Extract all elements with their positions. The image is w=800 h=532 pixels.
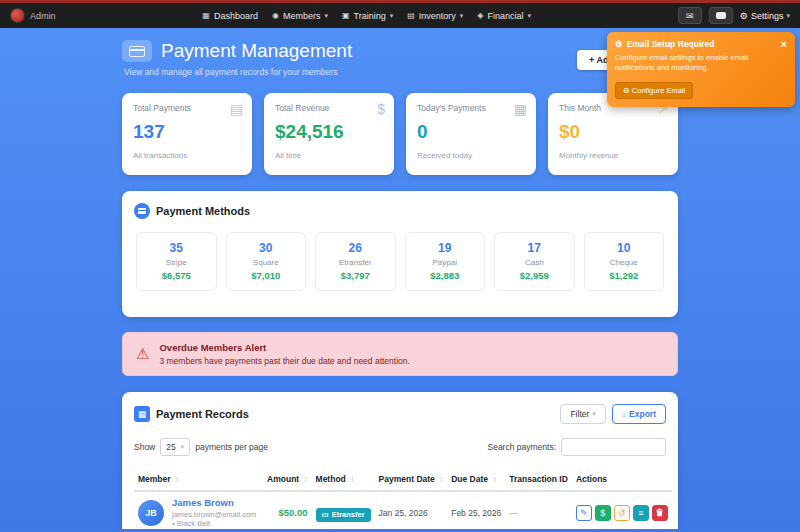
receipt-icon: ▤ [230,101,243,117]
nav-item-financial[interactable]: ◈ Financial ▾ [477,11,531,21]
search-input[interactable] [561,438,666,456]
stat-todays-payments: Today's Payments 0 Received today ▦ [406,93,536,175]
col-amount[interactable]: Amount ↕ [263,468,311,491]
email-button[interactable]: ✉ [678,7,702,24]
undo-button[interactable]: ↺ [614,505,630,521]
inventory-icon: ▤ [407,11,415,20]
col-member[interactable]: Member ↕ [134,468,263,491]
member-detail: james.brown@email.com • Black Belt [172,510,259,528]
gear-icon: ⚙ [740,11,748,21]
table-icon: ▦ [134,406,150,422]
toast-message: Configure email settings to enable email… [615,53,787,73]
chevron-down-icon: ▾ [390,12,394,20]
financial-icon: ◈ [477,11,483,20]
stat-total-payments: Total Payments 137 All transactions ▤ [122,93,252,175]
member-name-link[interactable]: James Brown [172,497,259,508]
brand[interactable]: Admin [10,8,56,23]
edit-button[interactable]: ✎ [576,505,592,521]
method-count: 19 [408,241,483,255]
avatar: JB [138,500,164,526]
per-page-suffix: payments per page [195,442,268,452]
stat-value: $24,516 [275,121,383,143]
calendar-icon: ▦ [514,101,527,117]
training-icon: ▣ [342,11,350,20]
table-row: JB James Brown james.brown@email.com • B… [134,491,672,529]
method-count: 30 [229,241,304,255]
method-cash: 17 Cash $2,959 [494,232,575,291]
payment-card-icon [122,40,152,62]
due-date: Feb 25, 2026 [447,491,505,529]
col-method[interactable]: Method ↕ [312,468,375,491]
nav-item-dashboard[interactable]: ▦ Dashboard [202,11,258,21]
payment-methods-title: Payment Methods [156,205,250,217]
dashboard-icon: ▦ [202,11,210,20]
chevron-down-icon: ▾ [528,12,532,20]
per-page-select[interactable]: 25 ▾ [160,438,190,456]
page-body: ⚙ Email Setup Required × Configure email… [0,28,800,529]
settings-menu[interactable]: ⚙ Settings ▾ [740,11,790,21]
show-label: Show [134,442,155,452]
stat-sub: Monthly revenue [559,151,667,160]
overdue-alert: ⚠ Overdue Members Alert 3 members have p… [122,332,678,376]
chevron-down-icon: ▾ [460,12,464,20]
filter-button[interactable]: Filter ▾ [560,404,605,424]
col-payment-date[interactable]: Payment Date ↕ [375,468,448,491]
stats-row: Total Payments 137 All transactions ▤ To… [122,93,678,175]
dollar-icon: $ [377,101,385,117]
members-icon: ◉ [272,11,279,20]
method-stripe: 35 Stripe $6,575 [136,232,217,291]
main-nav: ▦ Dashboard ◉ Members ▾ ▣ Training ▾ ▤ I… [202,11,531,21]
method-amount: $7,010 [229,270,304,281]
method-etransfer: 26 Etransfer $3,797 [315,232,396,291]
amount-value: $50.00 [263,491,311,529]
download-icon: ↓ [622,409,626,419]
method-name: Etransfer [318,258,393,267]
method-square: 30 Square $7,010 [226,232,307,291]
method-amount: $2,959 [497,270,572,281]
nav-item-members[interactable]: ◉ Members ▾ [272,11,328,21]
settings-label: Settings [751,11,784,21]
export-button[interactable]: ↓ Export [612,404,666,424]
page-title: Payment Management [161,40,352,62]
payment-date: Jan 25, 2026 [375,491,448,529]
nav-label: Financial [487,11,523,21]
stat-value: 0 [417,121,525,143]
payments-table: Member ↕ Amount ↕ Method ↕ Payment Date … [134,468,672,529]
method-paypal: 19 Paypal $2,883 [405,232,486,291]
chat-button[interactable] [709,7,733,24]
nav-item-training[interactable]: ▣ Training ▾ [342,11,393,21]
email-setup-toast: ⚙ Email Setup Required × Configure email… [607,32,795,107]
method-count: 17 [497,241,572,255]
delete-button[interactable] [652,505,668,521]
sort-icon: ↕ [304,475,308,484]
nav-label: Dashboard [214,11,258,21]
chevron-down-icon: ▾ [324,12,328,20]
stat-total-revenue: Total Revenue $24,516 All time $ [264,93,394,175]
envelope-icon: ✉ [686,11,694,21]
top-navbar: Admin ▦ Dashboard ◉ Members ▾ ▣ Training… [0,0,800,28]
col-transaction-id[interactable]: Transaction ID [505,468,572,491]
export-label: Export [629,409,656,419]
warning-icon: ⚠ [136,345,149,363]
alert-message: 3 members have payments past their due d… [159,356,409,366]
chat-icon [716,12,726,19]
nav-item-inventory[interactable]: ▤ Inventory ▾ [407,11,463,21]
col-due-date[interactable]: Due Date ↕ [447,468,505,491]
close-icon[interactable]: × [781,40,787,48]
stat-sub: All time [275,151,383,160]
stat-sub: Received today [417,151,525,160]
payment-methods-icon [134,203,150,219]
trash-icon [655,508,664,517]
sort-icon: ↕ [175,475,179,484]
per-page-value: 25 [166,442,175,452]
record-payment-button[interactable]: $ [595,505,611,521]
nav-label: Members [283,11,321,21]
card-icon: ▭ [322,510,329,519]
brand-label: Admin [30,11,56,21]
method-count: 10 [587,241,662,255]
configure-email-button[interactable]: ⚙ Configure Email [615,82,693,99]
history-button[interactable]: ≡ [633,505,649,521]
method-name: Cheque [587,258,662,267]
stat-label: Today's Payments [417,103,525,113]
filter-label: Filter [570,409,589,419]
